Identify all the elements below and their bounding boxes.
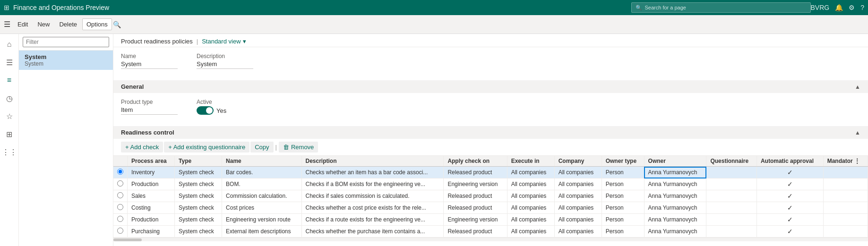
sidebar-item-system[interactable]: System System xyxy=(19,51,113,70)
cell-type: System check xyxy=(175,214,222,226)
action-search-icon[interactable]: 🔍 xyxy=(113,21,121,28)
cell-auto-approval: ✓ xyxy=(756,226,823,238)
grid-toolbar: + Add check + Add existing questionnaire… xyxy=(113,139,868,156)
col-radio xyxy=(113,156,128,167)
cell-type: System check xyxy=(175,202,222,214)
main-layout: ⌂ ☰ ≡ ◷ ☆ ⊞ ⋮⋮ System System Product rea… xyxy=(0,34,868,246)
grid-icon[interactable]: ⊞ xyxy=(4,4,9,11)
cell-name: Engineering version route xyxy=(222,214,301,226)
cell-type: System check xyxy=(175,226,222,238)
cell-company: All companies xyxy=(554,167,602,178)
active-toggle[interactable] xyxy=(197,106,214,115)
add-questionnaire-button[interactable]: + Add existing questionnaire xyxy=(164,142,249,153)
top-bar-right: BVRG 🔔 ⚙ ? xyxy=(811,4,864,11)
col-mandatory: Mandator ⋮ xyxy=(823,156,868,167)
bell-icon[interactable]: 🔔 xyxy=(835,4,843,11)
search-icon: 🔍 xyxy=(636,5,642,11)
row-radio[interactable] xyxy=(113,178,128,190)
cell-mandatory xyxy=(823,214,868,226)
name-value[interactable]: System xyxy=(121,60,178,69)
settings-icon[interactable]: ⚙ xyxy=(849,4,855,11)
nav-workspace-icon[interactable]: ⊞ xyxy=(1,126,18,143)
scroll-thumb[interactable] xyxy=(113,238,142,241)
col-auto-approval: Automatic approval xyxy=(756,156,823,167)
cell-owner: Anna Yurmanovych xyxy=(644,178,706,190)
nav-home-icon[interactable]: ⌂ xyxy=(1,36,18,53)
description-value[interactable]: System xyxy=(197,60,253,69)
readiness-chevron-icon: ▲ xyxy=(855,129,860,136)
col-owner: Owner xyxy=(644,156,706,167)
nav-list-icon[interactable]: ≡ xyxy=(1,72,18,89)
cell-owner: Anna Yurmanovych xyxy=(644,202,706,214)
nav-recent-icon[interactable]: ◷ xyxy=(1,90,18,107)
cell-questionnaire xyxy=(706,167,757,178)
cell-description: Checks if a BOM exists for the engineeri… xyxy=(301,178,444,190)
row-radio[interactable] xyxy=(113,202,128,214)
col-company: Company xyxy=(554,156,602,167)
cell-mandatory xyxy=(823,190,868,202)
table-row[interactable]: ProductionSystem checkBOM.Checks if a BO… xyxy=(113,178,868,190)
general-section-header[interactable]: General ▲ xyxy=(113,80,868,93)
checkmark-icon: ✓ xyxy=(787,216,793,223)
col-owner-type: Owner type xyxy=(602,156,644,167)
cell-execute-in: All companies xyxy=(507,167,554,178)
cell-execute-in: All companies xyxy=(507,178,554,190)
table-row[interactable]: CostingSystem checkCost pricesChecks whe… xyxy=(113,202,868,214)
horizontal-scrollbar[interactable] xyxy=(113,238,868,241)
row-radio[interactable] xyxy=(113,190,128,202)
general-chevron-icon: ▲ xyxy=(855,84,860,90)
table-row[interactable]: PurchasingSystem checkExternal item desc… xyxy=(113,226,868,238)
cell-questionnaire xyxy=(706,226,757,238)
copy-button[interactable]: Copy xyxy=(250,142,273,153)
remove-button[interactable]: 🗑 Remove xyxy=(279,142,318,153)
cell-mandatory xyxy=(823,167,868,178)
cell-company: All companies xyxy=(554,178,602,190)
col-type: Type xyxy=(175,156,222,167)
nav-filter-icon[interactable]: ☰ xyxy=(1,54,18,71)
form-section: Name System Description System xyxy=(113,47,868,80)
user-initials[interactable]: BVRG xyxy=(811,4,830,11)
cell-process-area: Inventory xyxy=(128,167,175,178)
readiness-title: Readiness control xyxy=(121,129,174,136)
cell-name: Cost prices xyxy=(222,202,301,214)
cell-description: Checks whether the purchase item contain… xyxy=(301,226,444,238)
grid-container: Process area Type Name Description Apply… xyxy=(113,156,868,238)
view-selector[interactable]: Standard view ▾ xyxy=(202,38,246,45)
table-row[interactable]: ProductionSystem checkEngineering versio… xyxy=(113,214,868,226)
hamburger-icon[interactable]: ☰ xyxy=(4,20,10,29)
cell-company: All companies xyxy=(554,226,602,238)
page-header: Product readiness policies | Standard vi… xyxy=(113,34,868,47)
cell-type: System check xyxy=(175,178,222,190)
delete-button[interactable]: Delete xyxy=(55,18,81,30)
header-separator: | xyxy=(197,38,198,45)
cell-execute-in: All companies xyxy=(507,214,554,226)
readiness-section-header[interactable]: Readiness control ▲ xyxy=(113,126,868,139)
cell-name: Bar codes. xyxy=(222,167,301,178)
filter-input[interactable] xyxy=(23,37,109,47)
table-row[interactable]: InventorySystem checkBar codes.Checks wh… xyxy=(113,167,868,178)
col-description: Description xyxy=(301,156,444,167)
row-radio[interactable] xyxy=(113,167,128,178)
row-radio[interactable] xyxy=(113,214,128,226)
global-search[interactable]: 🔍 Search for a page xyxy=(631,2,811,13)
nav-modules-icon[interactable]: ⋮⋮ xyxy=(1,144,18,161)
row-radio[interactable] xyxy=(113,226,128,238)
help-icon[interactable]: ? xyxy=(860,4,864,11)
cell-execute-in: All companies xyxy=(507,226,554,238)
edit-button[interactable]: Edit xyxy=(13,18,32,30)
cell-owner-type: Person xyxy=(602,178,644,190)
nav-star-icon[interactable]: ☆ xyxy=(1,108,18,125)
col-process-area: Process area xyxy=(128,156,175,167)
cell-name: BOM. xyxy=(222,178,301,190)
table-row[interactable]: SalesSystem checkCommission calculation.… xyxy=(113,190,868,202)
options-button[interactable]: Options xyxy=(82,18,112,30)
product-type-field: Product type Item xyxy=(121,99,178,115)
product-type-value[interactable]: Item xyxy=(121,106,178,115)
cell-owner-type: Person xyxy=(602,190,644,202)
cell-owner: Anna Yurmanovych xyxy=(644,214,706,226)
add-check-button[interactable]: + Add check xyxy=(121,142,163,153)
new-button[interactable]: New xyxy=(33,18,54,30)
cell-questionnaire xyxy=(706,190,757,202)
checkmark-icon: ✓ xyxy=(787,169,793,176)
cell-apply-check-on: Engineering version xyxy=(444,178,507,190)
